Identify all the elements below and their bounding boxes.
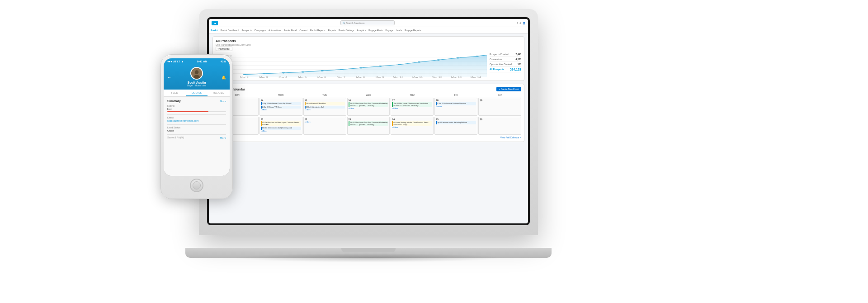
status-wifi: ▲: [181, 60, 184, 63]
stat-all-prospects: All Prospects 524,128: [490, 68, 521, 72]
laptop-screen: ☁ 🔍 Search Salesforce ?⚙👤: [209, 19, 528, 223]
status-battery: 42%: [221, 60, 226, 63]
laptop-screen-bezel: ☁ 🔍 Search Salesforce ?⚙👤: [207, 17, 530, 225]
phone-screen-content: ●●● AT&T ▲ 9:41 AM 42% ←: [164, 58, 230, 176]
cal-event[interactable]: 10a ⊙ Office Hours: Client Associate Int…: [392, 102, 432, 107]
phone-body: ●●● AT&T ▲ 9:41 AM 42% ←: [160, 54, 233, 199]
svg-point-20: [437, 59, 440, 61]
cal-more-24[interactable]: +5 More: [392, 127, 432, 128]
cal-more-17[interactable]: +2 More: [392, 108, 432, 109]
status-dots: ●●●: [167, 60, 172, 63]
back-button[interactable]: ←: [167, 75, 171, 80]
field-email: Email scott.austin@homemax.com: [167, 116, 226, 122]
svg-text:Mar 5: Mar 5: [298, 76, 307, 78]
cal-event[interactable]: 2:30p ⊙ Introduction Call: [305, 106, 345, 109]
nav-prospects[interactable]: Prospects: [241, 29, 251, 32]
email-label: Email: [167, 116, 226, 119]
contact-subtitle: Buyer · Home Idea: [187, 84, 206, 87]
field-lead-status: Lead Status Open: [167, 126, 226, 132]
tab-feed[interactable]: FEED: [164, 90, 186, 96]
lead-status-value: Open: [167, 129, 226, 132]
create-event-button[interactable]: + Create New Event: [496, 87, 521, 91]
svg-point-19: [418, 62, 420, 63]
laptop-shadow: [233, 253, 504, 262]
salesforce-logo: ☁: [212, 21, 218, 25]
sf-topbar: ☁ 🔍 Search Salesforce ?⚙👤: [209, 19, 528, 27]
phone-content: Summary More Rating Hot: [164, 97, 230, 176]
email-value[interactable]: scott.austin@homemax.com: [167, 119, 226, 122]
salesforce-app: ☁ 🔍 Search Salesforce ?⚙👤: [209, 19, 528, 223]
stat-prospects-created: Prospects Created 7,440: [490, 53, 521, 57]
prospects-date: Date Range (Based on 12am EDT): [216, 43, 521, 46]
cal-more-14[interactable]: +9 More: [261, 109, 301, 111]
cal-event[interactable]: 10a ⊙ Office Hours: New User Overview (W…: [349, 121, 389, 126]
cal-header-tue: TUE: [303, 93, 346, 97]
cal-more-15[interactable]: +4 More: [305, 109, 345, 111]
nav-pardot-reports[interactable]: Pardot Reports: [310, 29, 326, 32]
status-carrier: AT&T: [173, 60, 180, 63]
svg-text:Mar 12: Mar 12: [432, 76, 442, 78]
nav-reports[interactable]: Reports: [328, 29, 336, 32]
cal-event[interactable]: ⊙ Create Strategy with the Client Servic…: [392, 121, 432, 126]
rating-bar: [167, 111, 226, 112]
nav-pardot[interactable]: Pardot: [211, 29, 218, 32]
svg-point-10: [243, 74, 246, 75]
cal-cell-21: 21 11:30a How User and Intro to your Cus…: [259, 117, 302, 135]
field-rating: Rating Hot: [167, 104, 226, 112]
cal-event[interactable]: 1p ⊙ Customer-centric Marketing Webinar: [436, 121, 476, 124]
stat-value: 4,336: [515, 58, 521, 61]
nav-pardot-email[interactable]: Pardot Email: [284, 29, 297, 32]
score-fit-more[interactable]: More: [220, 137, 226, 139]
nav-engage-alerts[interactable]: Engage Alerts: [368, 29, 382, 32]
search-placeholder: Search Salesforce: [346, 22, 365, 24]
cal-event[interactable]: 11:30a How User and Intro to your Custom…: [261, 121, 301, 126]
cal-event[interactable]: 10a ⊙ Atlanta VIP Breakfast: [305, 102, 345, 105]
svg-text:Mar 9: Mar 9: [376, 76, 384, 78]
cal-cell-19: 19: [478, 98, 521, 116]
summary-more[interactable]: More: [220, 100, 226, 103]
search-bar[interactable]: 🔍 Search Salesforce: [340, 20, 395, 25]
divider: [167, 124, 226, 125]
svg-point-16: [359, 67, 362, 69]
notification-icon[interactable]: 🔔: [222, 75, 226, 79]
nav-engage[interactable]: Engage: [385, 29, 393, 32]
cal-event[interactable]: 3:00p ⊙ Beta Internet Follow Up - Round …: [261, 102, 301, 105]
nav-campaigns[interactable]: Campaigns: [255, 29, 266, 32]
stat-value: 158: [518, 63, 521, 66]
phone-screen: ●●● AT&T ▲ 9:41 AM 42% ←: [164, 58, 230, 176]
cal-header-mon: MON: [259, 93, 302, 97]
chart-area: $26,000 $24,000 $22,000 $20,000 $18,000: [216, 53, 521, 78]
cal-more-18[interactable]: +2 More: [436, 106, 476, 108]
nav-pardot-settings[interactable]: Pardot Settings: [339, 29, 354, 32]
view-full-calendar[interactable]: View Full Calendar >: [216, 136, 521, 139]
cal-event[interactable]: 9:30a ⊙ Professional Features Overview: [436, 102, 476, 105]
svg-point-11: [263, 73, 265, 74]
nav-automations[interactable]: Automations: [269, 29, 281, 32]
nav-pardot-dashboard[interactable]: Pardot Dashboard: [221, 29, 239, 32]
svg-text:Mar 4: Mar 4: [278, 76, 288, 78]
cal-event[interactable]: 10:30a ⊙ Introduction Call (Tuesday's ca…: [261, 127, 301, 130]
cal-event[interactable]: 10a ⊙ Office Hours: New User Overview (W…: [349, 102, 389, 107]
nav-analytics[interactable]: Analytics: [357, 29, 366, 32]
tab-related[interactable]: RELATED: [208, 90, 230, 96]
cal-event[interactable]: 2:30p ⊙ Chicago VIP Dinner: [261, 106, 301, 109]
nav-leads[interactable]: Leads: [396, 29, 402, 32]
cal-more-21[interactable]: +5 More: [261, 130, 301, 132]
rating-fill: [167, 111, 208, 112]
tab-details[interactable]: DETAILS: [186, 90, 208, 96]
status-time: 9:41 AM: [197, 60, 208, 63]
cal-cell-15: 15 10a ⊙ Atlanta VIP Breakfast 2:30p ⊙ I…: [303, 98, 346, 116]
cal-more-22[interactable]: +4 More: [305, 121, 345, 123]
phone-home-button[interactable]: [190, 179, 203, 192]
nav-engage-reports[interactable]: Engage Reports: [405, 29, 421, 32]
cal-more-16[interactable]: +2 More: [349, 108, 389, 109]
scene: ☁ 🔍 Search Salesforce ?⚙👤: [0, 0, 868, 303]
nav-content[interactable]: Content: [299, 29, 307, 32]
cal-cell-24: 24 ⊙ Create Strategy with the Client Ser…: [391, 117, 434, 135]
field-score-fit: Score & Fit (%) More: [167, 136, 226, 139]
phone-home-inner: [193, 181, 201, 189]
prospects-range[interactable]: This Month ↕: [216, 47, 232, 51]
stat-opportunities: Opportunities Created 158: [490, 63, 521, 67]
cal-cell-18: 18 9:30a ⊙ Professional Features Overvie…: [434, 98, 477, 116]
laptop: ☁ 🔍 Search Salesforce ?⚙👤: [199, 9, 538, 258]
